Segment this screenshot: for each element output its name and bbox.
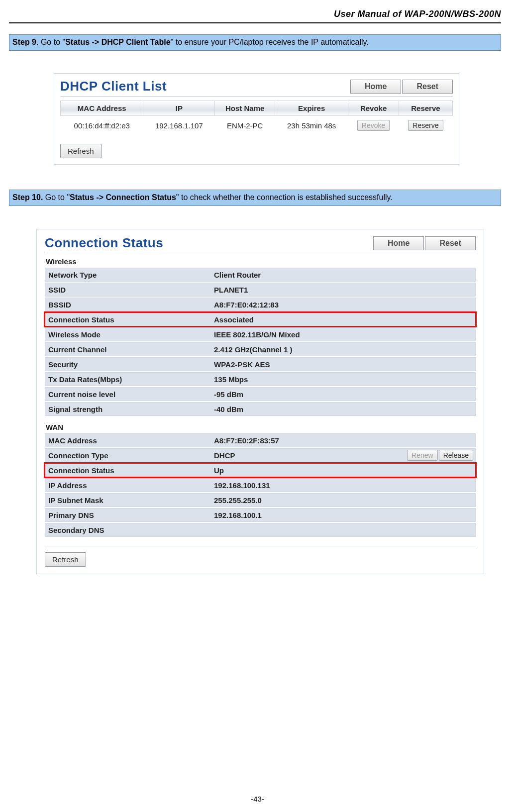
v-wireless-mode: IEEE 802.11B/G/N Mixed: [212, 330, 475, 339]
step10-text: Go to ": [43, 193, 70, 202]
row-security: Security WPA2-PSK AES: [45, 357, 476, 371]
cell-revoke: Revoke: [348, 116, 399, 135]
conn-panel-header: Connection Status Home Reset: [45, 235, 476, 251]
refresh-button[interactable]: Refresh: [60, 144, 102, 158]
v-wan-ip: 192.168.100.131: [212, 481, 475, 490]
k-wan-ctype: Connection Type: [45, 451, 212, 460]
step9-text-after: " to ensure your PC/laptop receives the …: [171, 38, 369, 46]
k-network-type: Network Type: [45, 271, 212, 279]
k-wan-mac: MAC Address: [45, 436, 212, 445]
v-wan-mac: A8:F7:E0:2F:83:57: [212, 436, 475, 445]
v-noise: -95 dBm: [212, 390, 475, 399]
k-wan-ip: IP Address: [45, 481, 212, 490]
row-network-type: Network Type Client Router: [45, 268, 476, 282]
row-wireless-mode: Wireless Mode IEEE 802.11B/G/N Mixed: [45, 327, 476, 341]
page-number: -43-: [0, 795, 515, 803]
home-button[interactable]: Home: [350, 80, 401, 94]
dhcp-top-buttons: Home Reset: [350, 80, 453, 94]
v-wan-dns1: 192.168.100.1: [212, 511, 475, 519]
k-channel: Current Channel: [45, 345, 212, 354]
dhcp-divider: [60, 96, 453, 97]
row-channel: Current Channel 2.412 GHz(Channel 1 ): [45, 342, 476, 356]
revoke-button[interactable]: Revoke: [357, 120, 390, 131]
step9-banner: Step 9. Go to "Status -> DHCP Client Tab…: [9, 34, 501, 51]
k-wan-dns1: Primary DNS: [45, 511, 212, 519]
dhcp-header-row: MAC Address IP Host Name Expires Revoke …: [61, 101, 453, 116]
row-tx: Tx Data Rates(Mbps) 135 Mbps: [45, 372, 476, 386]
v-channel: 2.412 GHz(Channel 1 ): [212, 345, 475, 354]
v-ssid: PLANET1: [212, 286, 475, 294]
reserve-button[interactable]: Reserve: [408, 120, 443, 131]
row-wan-ctype: Connection Type DHCP Renew Release: [45, 448, 476, 462]
row-ssid: SSID PLANET1: [45, 283, 476, 297]
row-wireless-conn-status: Connection Status Associated: [45, 312, 476, 326]
k-wireless-conn-status: Connection Status: [45, 315, 212, 324]
v-security: WPA2-PSK AES: [212, 360, 475, 369]
step10-text-after: " to check whether the connection is est…: [176, 193, 393, 202]
k-wan-dns2: Secondary DNS: [45, 526, 212, 534]
cell-reserve: Reserve: [399, 116, 452, 135]
k-wireless-mode: Wireless Mode: [45, 330, 212, 339]
v-wan-mask: 255.255.255.0: [212, 496, 475, 505]
row-wan-dns1: Primary DNS 192.168.100.1: [45, 508, 476, 522]
step9-path: Status -> DHCP Client Table: [65, 38, 170, 46]
step10-path: Status -> Connection Status: [70, 193, 176, 202]
doc-header: User Manual of WAP-200N/WBS-200N: [9, 9, 501, 22]
dhcp-panel-header: DHCP Client List Home Reset: [60, 79, 453, 94]
dhcp-row: 00:16:d4:ff:d2:e3 192.168.1.107 ENM-2-PC…: [61, 116, 453, 135]
cell-ip: 192.168.1.107: [143, 116, 215, 135]
row-wan-dns2: Secondary DNS: [45, 523, 476, 537]
wan-ctype-actions: Renew Release: [407, 450, 473, 461]
row-wan-mask: IP Subnet Mask 255.255.255.0: [45, 493, 476, 507]
col-revoke: Revoke: [348, 101, 399, 116]
conn-bottom-divider: [45, 546, 476, 546]
wireless-group-label: Wireless: [46, 257, 476, 266]
k-noise: Current noise level: [45, 390, 212, 399]
v-wan-conn-status: Up: [212, 466, 475, 475]
doc-header-rule: [9, 22, 501, 23]
dhcp-table: MAC Address IP Host Name Expires Revoke …: [60, 101, 453, 135]
home-button[interactable]: Home: [373, 236, 424, 250]
k-wan-mask: IP Subnet Mask: [45, 496, 212, 505]
conn-divider: [45, 253, 476, 253]
conn-title: Connection Status: [45, 235, 163, 251]
cell-expires: 23h 53min 48s: [275, 116, 348, 135]
v-wireless-conn-status: Associated: [212, 315, 475, 324]
k-tx: Tx Data Rates(Mbps): [45, 375, 212, 384]
renew-button[interactable]: Renew: [407, 450, 438, 461]
row-wan-ip: IP Address 192.168.100.131: [45, 478, 476, 492]
reset-button[interactable]: Reset: [402, 80, 453, 94]
k-bssid: BSSID: [45, 301, 212, 309]
step10-banner: Step 10. Go to "Status -> Connection Sta…: [9, 190, 501, 206]
row-wan-conn-status: Connection Status Up: [45, 463, 476, 477]
step9-label: Step 9: [12, 38, 36, 46]
dhcp-panel: DHCP Client List Home Reset MAC Address …: [54, 73, 459, 165]
connection-panel: Connection Status Home Reset Wireless Ne…: [36, 229, 484, 574]
col-ip: IP: [143, 101, 215, 116]
release-button[interactable]: Release: [439, 450, 473, 461]
k-wan-conn-status: Connection Status: [45, 466, 212, 475]
wan-group-label: WAN: [46, 423, 476, 431]
step10-label: Step 10.: [12, 193, 43, 202]
k-security: Security: [45, 360, 212, 369]
col-host: Host Name: [215, 101, 275, 116]
v-bssid: A8:F7:E0:42:12:83: [212, 301, 475, 309]
k-ssid: SSID: [45, 286, 212, 294]
row-bssid: BSSID A8:F7:E0:42:12:83: [45, 298, 476, 311]
cell-host: ENM-2-PC: [215, 116, 275, 135]
k-signal: Signal strength: [45, 405, 212, 413]
row-wan-mac: MAC Address A8:F7:E0:2F:83:57: [45, 433, 476, 447]
row-signal: Signal strength -40 dBm: [45, 402, 476, 416]
dhcp-title: DHCP Client List: [60, 79, 167, 94]
step9-text: . Go to ": [36, 38, 65, 46]
conn-top-buttons: Home Reset: [373, 236, 476, 250]
refresh-button[interactable]: Refresh: [45, 552, 86, 567]
row-noise: Current noise level -95 dBm: [45, 387, 476, 401]
col-reserve: Reserve: [399, 101, 452, 116]
reset-button[interactable]: Reset: [425, 236, 476, 250]
cell-mac: 00:16:d4:ff:d2:e3: [61, 116, 143, 135]
v-signal: -40 dBm: [212, 405, 475, 413]
col-expires: Expires: [275, 101, 348, 116]
col-mac: MAC Address: [61, 101, 143, 116]
v-network-type: Client Router: [212, 271, 475, 279]
